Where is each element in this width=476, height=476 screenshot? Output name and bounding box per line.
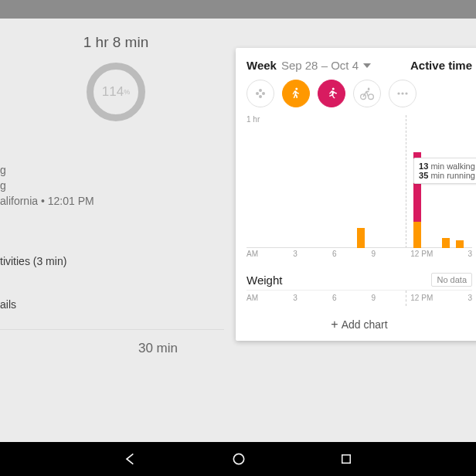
ring-value: 114 [102, 84, 124, 100]
plus-icon: + [331, 318, 338, 331]
svg-point-12 [233, 454, 243, 464]
home-icon[interactable] [231, 451, 246, 467]
details-row[interactable]: ails [0, 291, 224, 318]
svg-rect-13 [342, 455, 351, 464]
back-icon[interactable] [123, 451, 138, 467]
weight-x-labels: AM36912 PM3 [246, 294, 472, 306]
divider [0, 329, 224, 330]
add-chart-button[interactable]: +Add chart [236, 308, 476, 336]
active-time-chart[interactable]: 1 hr 13 min walking 35 min running AM369… [246, 115, 472, 262]
chart-bars [246, 128, 472, 248]
partial-text: g [0, 164, 224, 176]
svg-point-9 [397, 92, 400, 94]
svg-point-3 [259, 95, 262, 98]
chart-tooltip: 13 min walking 35 min running [413, 158, 476, 184]
svg-point-10 [401, 92, 403, 94]
location-time: alifornia • 12:01 PM [0, 195, 224, 207]
period-range: Sep 28 – Oct 4 [281, 59, 359, 72]
svg-point-1 [256, 92, 259, 95]
y-axis-label: 1 hr [246, 115, 260, 124]
goal-value: 30 min [0, 341, 224, 356]
svg-point-8 [368, 88, 370, 90]
svg-point-6 [361, 94, 366, 100]
more-icon[interactable] [389, 80, 416, 107]
cycling-icon[interactable] [353, 80, 381, 107]
recents-icon[interactable] [339, 452, 353, 466]
partial-text: g [0, 179, 224, 192]
activities-row[interactable]: tivities (3 min) [0, 247, 224, 275]
walking-icon[interactable] [282, 80, 310, 107]
activity-all-icon[interactable] [246, 80, 274, 107]
metric-label[interactable]: Active time [410, 59, 472, 72]
svg-point-5 [332, 88, 335, 90]
dropdown-caret-icon[interactable] [363, 59, 371, 72]
svg-point-7 [369, 94, 374, 100]
android-nav-bar [0, 442, 476, 476]
summary-pane: 1 hr 8 min 114% g g alifornia • 12:01 PM… [0, 19, 232, 356]
activity-card: Week Sep 28 – Oct 4 Active time 1 hr 13 … [236, 48, 476, 341]
summary-duration: 1 hr 8 min [0, 34, 232, 51]
svg-point-4 [295, 88, 298, 90]
svg-point-0 [259, 89, 262, 92]
weight-chart[interactable]: AM36912 PM3 [246, 290, 472, 308]
weight-section-title[interactable]: Weight [246, 274, 282, 287]
activity-filter-row [236, 80, 476, 115]
progress-ring[interactable]: 114% [87, 63, 145, 121]
ring-unit: % [124, 88, 130, 96]
android-status-bar [0, 0, 476, 19]
running-icon[interactable] [318, 80, 345, 107]
no-data-badge: No data [431, 273, 472, 287]
svg-point-11 [405, 92, 407, 94]
period-label: Week [246, 59, 277, 72]
svg-point-2 [262, 92, 265, 95]
x-axis-labels: AM36912 PM3 [246, 250, 472, 262]
